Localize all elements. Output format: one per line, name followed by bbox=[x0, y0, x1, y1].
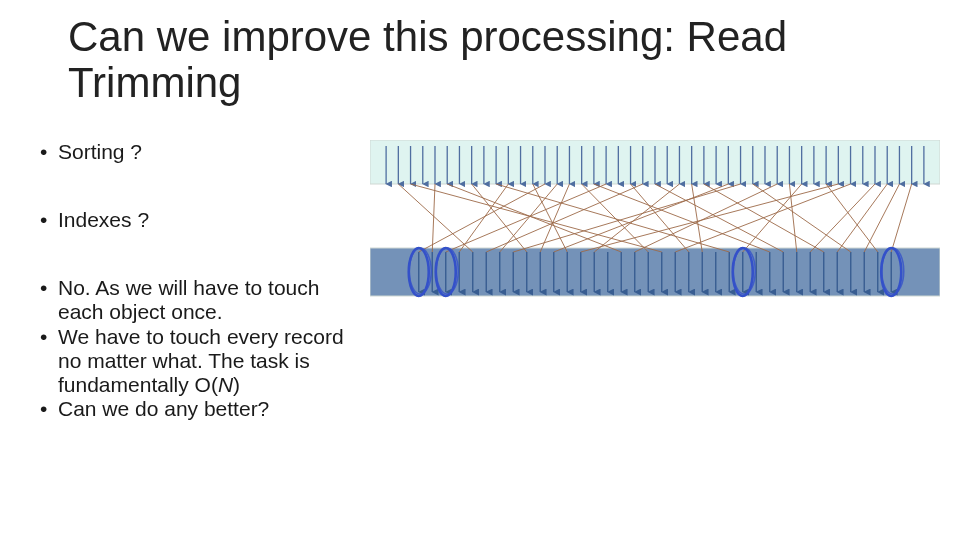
slide-title: Can we improve this processing: Read Tri… bbox=[68, 14, 888, 106]
bullet-on-text-b: ) bbox=[233, 373, 240, 396]
svg-line-84 bbox=[432, 184, 435, 252]
bullet-better: Can we do any better? bbox=[40, 397, 360, 421]
bullet-indexes: Indexes ? bbox=[40, 208, 360, 232]
svg-line-96 bbox=[753, 184, 851, 252]
svg-line-93 bbox=[594, 184, 679, 252]
bullet-on-text-a: We have to touch every record no matter … bbox=[58, 325, 344, 396]
svg-line-112 bbox=[837, 184, 887, 252]
svg-line-104 bbox=[496, 184, 729, 252]
svg-line-86 bbox=[459, 184, 508, 252]
svg-line-101 bbox=[810, 184, 875, 252]
svg-line-89 bbox=[582, 184, 649, 252]
bullet-on-N: N bbox=[218, 373, 233, 396]
bullet-sorting: Sorting ? bbox=[40, 140, 360, 164]
mapping-diagram bbox=[370, 140, 940, 340]
bullet-list: Sorting ? Indexes ? No. As we will have … bbox=[40, 140, 360, 421]
bullet-no: No. As we will have to touch each object… bbox=[40, 276, 360, 324]
bullet-on: We have to touch every record no matter … bbox=[40, 325, 360, 397]
svg-line-83 bbox=[398, 184, 472, 252]
svg-line-85 bbox=[472, 184, 527, 252]
svg-line-91 bbox=[631, 184, 689, 252]
svg-line-114 bbox=[411, 184, 662, 252]
svg-line-103 bbox=[447, 184, 621, 252]
